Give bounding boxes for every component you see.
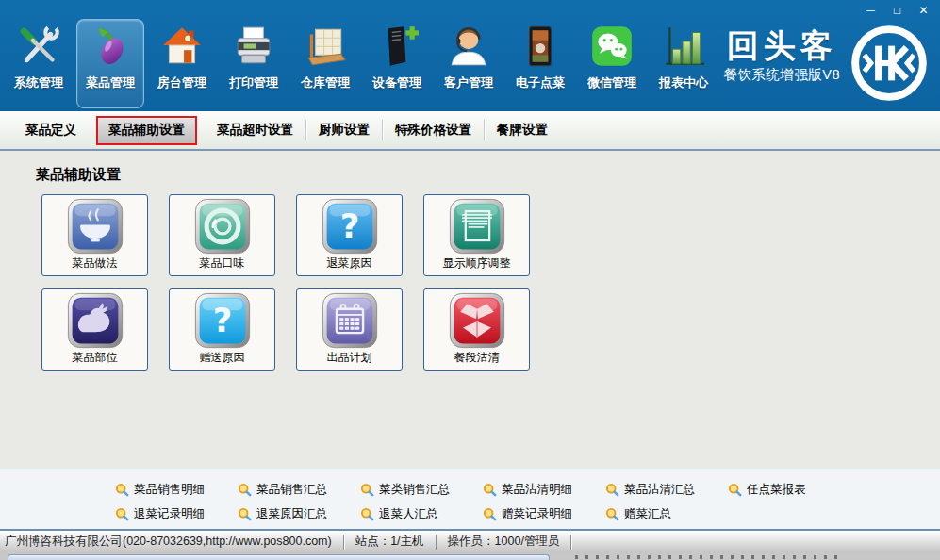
nav-item-print[interactable]: 打印管理 [220,19,288,108]
tab-dish-definition[interactable]: 菜品定义 [13,110,89,150]
close-button[interactable]: ✕ [915,2,932,18]
window-controls: ─ □ ✕ [862,2,932,18]
nav-item-label: 系统管理 [14,74,63,91]
plate-icon [194,198,251,255]
tab-label: 餐牌设置 [497,122,548,139]
magnifier-icon [483,507,497,521]
eggplant-icon [87,23,134,70]
link-label: 退菜人汇总 [379,506,438,522]
nav-item-label: 打印管理 [229,74,278,91]
calendar-icon [322,292,378,349]
gift-reason-button[interactable]: ? 赠送原因 [169,288,275,371]
tool-label: 退菜原因 [327,255,372,272]
link-gift-summary[interactable]: 赠菜汇总 [605,506,728,522]
link-label: 任点菜报表 [747,482,806,498]
tool-label: 出品计划 [327,350,372,366]
warehouse-icon [302,23,349,70]
nav-item-dishes[interactable]: 菜品管理 [76,19,144,108]
nav-item-wechat[interactable]: 微信管理 [578,19,646,108]
magnifier-icon [238,483,252,497]
report-links-panel: 菜品销售明细 菜品销售汇总 菜类销售汇总 菜品沽清明细 菜品沽清汇总 任点菜报表… [0,469,940,531]
tab-dish-auxiliary-settings[interactable]: 菜品辅助设置 [96,116,197,145]
link-any-dish-report[interactable]: 任点菜报表 [728,482,850,498]
magnifier-icon [115,483,129,497]
nav-item-reports[interactable]: 报表中心 [650,19,717,108]
tools-icon [15,23,62,70]
tool-button-grid: 菜品做法 菜品口味 ? [41,194,940,371]
tab-chef-settings[interactable]: 厨师设置 [306,110,382,150]
nav-item-label: 微信管理 [587,74,636,91]
link-dish-sellout-summary[interactable]: 菜品沽清汇总 [605,482,728,498]
wechat-icon [588,23,635,70]
status-bar: 广州博咨科技有限公司(020-87032639,http://www.pos80… [0,531,940,552]
app-window: ─ □ ✕ 系统管理 菜品管 [0,0,940,560]
magnifier-icon [360,507,374,521]
link-category-sales-summary[interactable]: 菜类销售汇总 [360,482,483,498]
meat-part-icon [67,292,124,349]
nav-item-customers[interactable]: 客户管理 [435,19,503,108]
question-icon: ? [322,198,378,255]
operator-info: 操作员：1000/管理员 [437,534,571,550]
link-return-record-detail[interactable]: 退菜记录明细 [115,506,238,522]
tab-label: 菜品辅助设置 [108,122,185,139]
device-icon [373,23,421,70]
brand-title: 回头客 [723,29,840,61]
magnifier-icon [728,483,742,497]
svg-text:?: ? [339,206,359,245]
status-separator [570,535,571,550]
tab-special-price-settings[interactable]: 特殊价格设置 [383,110,484,150]
maximize-button[interactable]: □ [888,2,906,18]
background-window-edge [8,554,550,560]
link-label: 赠菜汇总 [624,506,671,522]
nav-item-devices[interactable]: 设备管理 [363,19,431,108]
link-gift-record-detail[interactable]: 赠菜记录明细 [483,506,605,522]
link-return-reason-summary[interactable]: 退菜原因汇总 [238,506,360,522]
chart-icon [660,23,707,70]
nav-item-warehouse[interactable]: 仓库管理 [291,19,359,108]
dish-part-button[interactable]: 菜品部位 [41,288,148,371]
tab-label: 菜品定义 [25,122,76,139]
tool-label: 菜品口味 [200,255,245,272]
link-label: 菜类销售汇总 [379,482,450,498]
tab-dish-timeout-settings[interactable]: 菜品超时设置 [205,110,305,150]
report-links-row-2: 退菜记录明细 退菜原因汇总 退菜人汇总 赠菜记录明细 赠菜汇总 [115,502,940,526]
nav-item-system[interactable]: 系统管理 [5,19,73,108]
nav-item-label: 电子点菜 [516,74,565,91]
nav-item-eordering[interactable]: 电子点菜 [506,19,574,108]
report-links-row-1: 菜品销售明细 菜品销售汇总 菜类销售汇总 菜品沽清明细 菜品沽清汇总 任点菜报表 [115,477,940,502]
document-icon [449,198,505,255]
main-content: 菜品辅助设置 菜品做法 [0,151,940,469]
nav-item-tables[interactable]: 房台管理 [148,19,216,108]
tab-label: 特殊价格设置 [395,122,471,139]
tab-menu-card-settings[interactable]: 餐牌设置 [485,110,560,150]
tab-label: 厨师设置 [319,122,370,139]
tablet-icon [517,23,564,70]
question-icon: ? [194,292,251,349]
meal-period-sellout-button[interactable]: 餐段沽清 [423,288,530,371]
link-label: 退菜原因汇总 [256,506,327,522]
open-box-icon [449,292,505,349]
link-dish-sales-detail[interactable]: 菜品销售明细 [115,482,238,498]
link-label: 菜品沽清明细 [502,482,572,498]
link-label: 菜品沽清汇总 [624,482,695,498]
link-label: 赠菜记录明细 [502,506,572,522]
nav-item-label: 报表中心 [659,74,708,91]
link-return-person-summary[interactable]: 退菜人汇总 [360,506,483,522]
nav-item-label: 菜品管理 [86,74,135,91]
dish-method-button[interactable]: 菜品做法 [41,194,148,276]
dish-flavor-button[interactable]: 菜品口味 [169,194,275,276]
tool-label: 餐段沽清 [454,350,500,366]
nav-item-label: 仓库管理 [301,74,350,91]
return-dish-reason-button[interactable]: ? 退菜原因 [296,194,403,276]
nav-item-label: 客户管理 [444,74,493,91]
production-plan-button[interactable]: 出品计划 [296,288,403,371]
link-label: 退菜记录明细 [134,506,205,522]
magnifier-icon [115,507,129,521]
display-order-button[interactable]: 显示顺序调整 [423,194,530,276]
top-navigation-bar: ─ □ ✕ 系统管理 菜品管 [0,0,940,111]
tab-label: 菜品超时设置 [217,122,293,139]
minimize-button[interactable]: ─ [862,2,880,18]
link-label: 菜品销售明细 [134,482,205,498]
link-dish-sellout-detail[interactable]: 菜品沽清明细 [483,482,605,498]
link-dish-sales-summary[interactable]: 菜品销售汇总 [238,482,360,498]
